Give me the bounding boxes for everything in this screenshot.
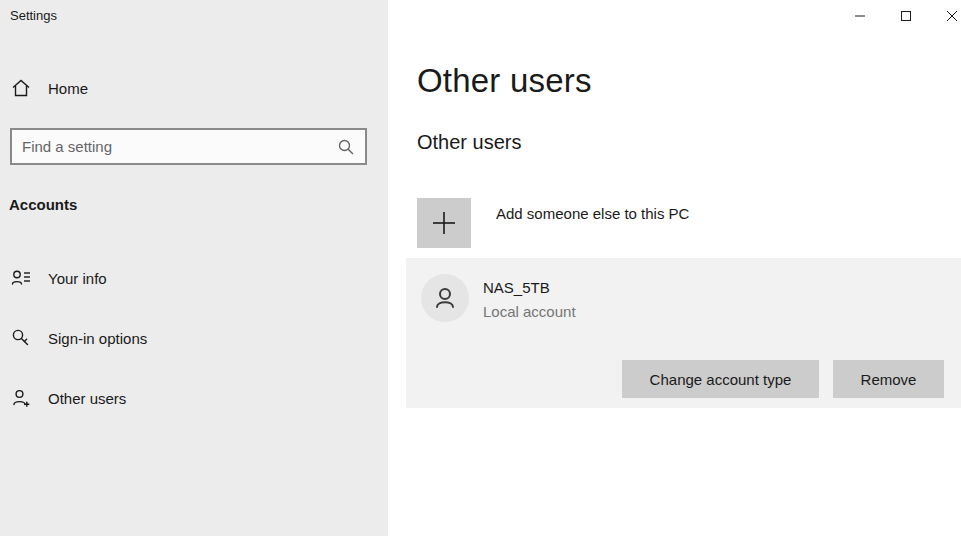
sidebar-section-accounts: Accounts [9, 196, 77, 213]
close-button[interactable] [929, 0, 961, 32]
sidebar-item-your-info[interactable]: Your info [0, 260, 388, 296]
user-card-nas-5tb[interactable]: NAS_5TB Local account Change account typ… [406, 258, 961, 408]
add-person-icon [11, 388, 31, 408]
window-controls [837, 0, 961, 32]
remove-button[interactable]: Remove [833, 360, 944, 398]
change-account-type-button[interactable]: Change account type [622, 360, 819, 398]
avatar [421, 274, 469, 322]
sidebar-item-label: Sign-in options [48, 330, 147, 347]
plus-icon [417, 198, 471, 248]
search-icon[interactable] [337, 138, 355, 156]
sidebar-item-home[interactable]: Home [0, 70, 388, 106]
add-user-label: Add someone else to this PC [496, 205, 689, 248]
home-icon [11, 78, 31, 98]
search-input[interactable] [12, 130, 337, 163]
settings-search-box[interactable] [10, 128, 367, 165]
user-account-type: Local account [483, 303, 576, 320]
minimize-button[interactable] [837, 0, 883, 32]
maximize-button[interactable] [883, 0, 929, 32]
person-icon [430, 283, 460, 313]
user-card-actions: Change account type Remove [622, 360, 944, 398]
settings-sidebar: Settings Home Accounts [0, 0, 388, 536]
key-icon [11, 328, 31, 348]
sidebar-item-other-users[interactable]: Other users [0, 380, 388, 416]
sidebar-item-label: Your info [48, 270, 107, 287]
contact-card-icon [11, 268, 31, 288]
sidebar-item-label: Other users [48, 390, 126, 407]
sidebar-item-sign-in-options[interactable]: Sign-in options [0, 320, 388, 356]
user-name: NAS_5TB [483, 279, 550, 296]
other-users-page: Other users Other users Add someone else… [388, 0, 961, 536]
sidebar-item-label: Home [48, 80, 88, 97]
app-title: Settings [10, 8, 57, 23]
page-title: Other users [417, 62, 592, 100]
add-user-button[interactable]: Add someone else to this PC [417, 198, 689, 248]
section-heading: Other users [417, 131, 521, 154]
